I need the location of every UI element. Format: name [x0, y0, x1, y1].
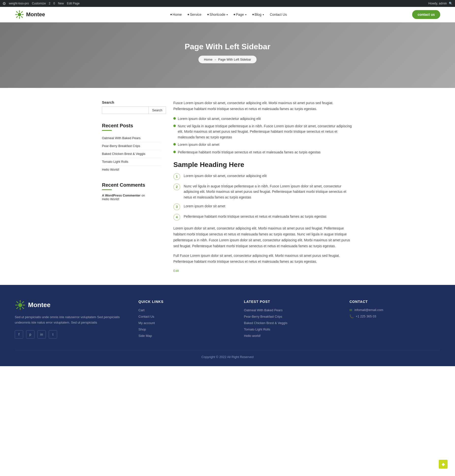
- list-item: Lorem ipsum dolor sit amet: [173, 142, 353, 147]
- site-header: Montee Home Service Shortcode ▾ Page ▾ B…: [0, 7, 455, 22]
- latest-post-title: LATEST POST: [244, 300, 335, 304]
- svg-line-5: [16, 11, 18, 13]
- nav-blog[interactable]: Blog ▾: [252, 13, 264, 16]
- quick-links-title: QUICK LINKS: [138, 300, 229, 304]
- numbered-text: Lorem ipsum dolor sit amet, consectetur …: [184, 173, 267, 179]
- list-item[interactable]: Oatmeal With Baked Pears: [102, 134, 161, 142]
- footer-brand: Montee Sed ut perspiciatis unde omnis is…: [15, 300, 124, 340]
- list-item[interactable]: My account: [138, 321, 229, 325]
- howdy-text: Howdy, admin: [428, 2, 447, 5]
- twitter-icon[interactable]: t: [49, 330, 57, 339]
- footer-latest-posts: LATEST POST Oatmeal With Baked Pears Pea…: [244, 300, 335, 340]
- svg-point-0: [18, 13, 21, 16]
- list-item[interactable]: Baked Chicken Brest & Veggis: [244, 321, 335, 325]
- content-area: Fusce Lorem ipsum dolor sit amet, consec…: [173, 100, 353, 273]
- bullet-text: Nunc vel ligula in augue tristique pelle…: [178, 123, 353, 140]
- wp-logo[interactable]: ⚙: [2, 1, 6, 6]
- bullet-dot: [173, 151, 176, 153]
- sidebar: Search Search Recent Posts Oatmeal With …: [102, 100, 161, 273]
- list-item[interactable]: Side Map: [138, 334, 229, 338]
- recent-posts-title: Recent Posts: [102, 123, 161, 129]
- footer-description: Sed ut perspiciatis unde omnis iste natu…: [15, 314, 124, 325]
- copyright-text: Copyright © 2022 All Right Reserved: [201, 355, 254, 359]
- site-footer: Montee Sed ut perspiciatis unde omnis is…: [0, 285, 455, 366]
- list-item[interactable]: Hello world!: [244, 334, 335, 338]
- search-icon[interactable]: 🔍: [449, 2, 453, 5]
- logo-icon: [15, 10, 24, 19]
- list-item[interactable]: Cart: [138, 308, 229, 312]
- main-content: Search Search Recent Posts Oatmeal With …: [95, 88, 360, 285]
- edit-page-link[interactable]: Edit Page: [67, 2, 80, 5]
- num-circle: 3: [173, 203, 180, 210]
- list-item[interactable]: Hello World!: [102, 166, 161, 173]
- bullet-text: Pellentesque habitant morbi tristique se…: [178, 149, 321, 155]
- svg-line-14: [16, 301, 18, 303]
- comment-entry: A WordPress Commenter on Hello World!: [102, 194, 161, 201]
- email-text: infomail@email.com: [354, 308, 383, 312]
- list-item: Nunc vel ligula in augue tristique pelle…: [173, 123, 353, 140]
- nav-shortcode[interactable]: Shortcode ▾: [207, 13, 228, 16]
- body-paragraph-1: Lorem ipsum dolor sit amet, consectetur …: [173, 226, 353, 249]
- numbered-text: Nunc vel ligula in augue tristique pelle…: [184, 183, 353, 200]
- new-label[interactable]: New: [58, 2, 64, 5]
- num-circle: 1: [173, 173, 180, 180]
- site-name[interactable]: weight-loss-pro: [9, 2, 29, 5]
- page-title: Page With Left Sidebar: [5, 42, 450, 51]
- numbered-text: Pellentesque habitant morbi tristique se…: [184, 214, 326, 219]
- list-item[interactable]: Pear-Berry Breakfast Crips: [244, 314, 335, 318]
- list-item[interactable]: Pear-Berry Breakfast Crips: [102, 142, 161, 150]
- bullet-text: Lorem ipsum dolor sit amet: [178, 142, 219, 147]
- breadcrumb: Home » Page With Left Sidebar: [198, 56, 257, 63]
- customize-link[interactable]: Customize: [32, 2, 46, 5]
- list-item: Pellentesque habitant morbi tristique se…: [173, 149, 353, 155]
- site-logo[interactable]: Montee: [15, 10, 45, 19]
- svg-line-7: [21, 11, 23, 13]
- facebook-icon[interactable]: f: [15, 330, 23, 339]
- admin-bar: ⚙ weight-loss-pro Customize 2 0 New Edit…: [0, 0, 455, 7]
- footer-logo-icon: [15, 300, 26, 311]
- nav-home[interactable]: Home: [170, 13, 182, 16]
- social-icons: f p in t: [15, 330, 124, 339]
- nav-page[interactable]: Page ▾: [234, 13, 246, 16]
- phone-icon: 📞: [349, 314, 354, 318]
- numbered-text: Lorem ipsum dolor sit amet: [184, 203, 225, 209]
- list-item[interactable]: Tomato Light Rolls: [102, 158, 161, 166]
- num-circle: 2: [173, 183, 180, 190]
- breadcrumb-home[interactable]: Home: [204, 58, 212, 61]
- bullet-dot: [173, 143, 176, 146]
- search-button[interactable]: Search: [149, 106, 166, 114]
- edit-link[interactable]: Edit: [173, 269, 179, 273]
- comments-count[interactable]: 0: [53, 2, 55, 5]
- svg-point-9: [18, 303, 22, 307]
- comment-post-link[interactable]: Hello World!: [102, 197, 119, 201]
- body-paragraph-2: Full Fusce Lorem ipsum dolor sit amet, c…: [173, 253, 353, 265]
- bullet-list: Lorem ipsum dolor sit amet, consectetur …: [173, 116, 353, 155]
- footer-bottom: Copyright © 2022 All Right Reserved: [15, 350, 440, 359]
- recent-posts-list: Oatmeal With Baked Pears Pear-Berry Brea…: [102, 134, 161, 173]
- numbered-list: 1 Lorem ipsum dolor sit amet, consectetu…: [173, 173, 353, 221]
- list-item[interactable]: Contact Us: [138, 314, 229, 318]
- list-item[interactable]: Shop: [138, 327, 229, 331]
- nav-service[interactable]: Service: [188, 13, 201, 16]
- recent-posts-widget: Recent Posts Oatmeal With Baked Pears Pe…: [102, 123, 161, 173]
- pinterest-icon[interactable]: p: [26, 330, 34, 339]
- instagram-icon[interactable]: in: [37, 330, 46, 339]
- recent-comments-title: Recent Comments: [102, 182, 161, 188]
- search-input[interactable]: [102, 106, 149, 114]
- recent-comments-widget: Recent Comments A WordPress Commenter on…: [102, 182, 161, 201]
- updates-count[interactable]: 2: [49, 2, 50, 5]
- logo-text: Montee: [26, 11, 45, 18]
- email-contact: ✉ infomail@email.com: [349, 308, 440, 312]
- contact-us-button[interactable]: contact us: [412, 10, 440, 19]
- list-item[interactable]: Tomato Light Rolls: [244, 327, 335, 331]
- list-item[interactable]: Baked Chicken Brest & Veggis: [102, 150, 161, 158]
- contact-title: CONTACT: [349, 300, 440, 304]
- recent-posts-underline: [102, 130, 112, 131]
- list-item[interactable]: Oatmeal With Baked Pears: [244, 308, 335, 312]
- nav-contact[interactable]: Contact Us: [270, 13, 287, 16]
- main-nav: Home Service Shortcode ▾ Page ▾ Blog ▾ C…: [170, 13, 287, 16]
- footer-logo-text: Montee: [28, 301, 50, 309]
- intro-paragraph: Fusce Lorem ipsum dolor sit amet, consec…: [173, 100, 353, 112]
- sample-heading: Sample Heading Here: [173, 161, 353, 169]
- svg-line-8: [16, 16, 18, 18]
